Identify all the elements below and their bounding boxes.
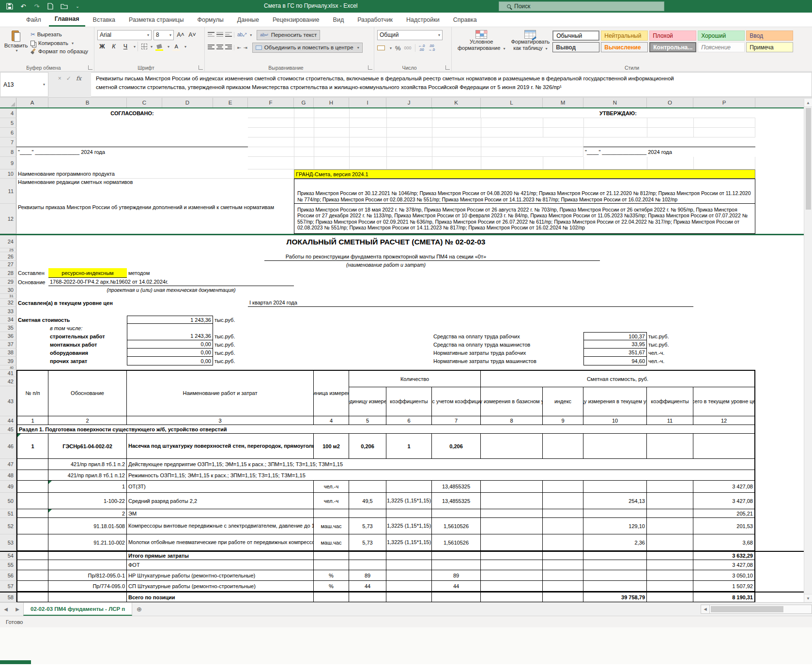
col-header[interactable]: D (162, 98, 213, 107)
vertical-scroll-thumb[interactable] (806, 108, 811, 210)
vertical-scrollbar[interactable]: ▲ ▼ (804, 99, 812, 602)
cell-orders-value[interactable]: Приказ Минстроя России от 18 мая 2022 г.… (294, 204, 755, 234)
add-sheet-icon[interactable]: ⊕ (132, 603, 146, 616)
redo-icon[interactable]: ↷ (33, 2, 41, 10)
row-header[interactable]: 39 (0, 357, 16, 365)
cell-date-left[interactable]: "____" _______________ 2024 года (16, 147, 248, 157)
fill-color-button[interactable] (154, 42, 164, 51)
cell-summary-label[interactable]: монтажных работ (48, 340, 127, 349)
tab-vid[interactable]: Вид (327, 13, 350, 27)
scroll-left-icon[interactable]: ◀ (701, 605, 710, 614)
cell-empty[interactable] (386, 560, 432, 570)
style-explanatory[interactable]: Пояснение (698, 42, 745, 52)
tab-razrabotchik[interactable]: Разработчик (352, 13, 398, 27)
cell-empty[interactable] (647, 518, 693, 534)
cell-empty[interactable] (16, 534, 48, 551)
cell-norms-label[interactable]: Наименование редакции сметных нормативов (16, 179, 294, 204)
increase-decimal-icon[interactable]: ←.0.00 (415, 44, 425, 52)
row-header[interactable]: 46 (0, 434, 16, 459)
cell-empty[interactable] (543, 570, 583, 581)
cell-cost-total[interactable]: 3 632,29 (693, 552, 755, 560)
cell-level-value[interactable]: I квартал 2024 года (248, 299, 693, 307)
row-header[interactable]: 53 (0, 534, 16, 551)
cell-empty[interactable] (16, 470, 48, 481)
cell-empty[interactable] (543, 518, 583, 534)
cell-summary-value[interactable]: 1 243,36 (127, 332, 213, 340)
cell-profit-label[interactable]: СП Штукатурные работы (ремонтно-строител… (127, 581, 314, 592)
row-header[interactable]: 48 (0, 470, 16, 481)
cell-unit[interactable]: % (314, 581, 349, 592)
cell-empty[interactable] (314, 509, 349, 518)
cell-empty[interactable] (543, 434, 583, 459)
row-header[interactable]: 54 (0, 552, 16, 560)
cell-resource-num[interactable]: 91.18.01-508 (48, 518, 127, 534)
cell-empty[interactable] (432, 509, 481, 518)
enter-icon[interactable]: ✓ (66, 75, 71, 82)
cell-summary-unit[interactable]: тыс.руб. (213, 357, 248, 365)
cell-utverzhdayu[interactable]: УТВЕРЖДАЮ: (481, 108, 755, 118)
signature-line-left[interactable] (16, 137, 248, 147)
cell-empty[interactable] (349, 592, 386, 602)
cell-empty[interactable] (16, 592, 48, 602)
cell-summary-unit[interactable]: тыс.руб. (213, 316, 248, 324)
tab-spravka[interactable]: Справка (447, 13, 483, 27)
cell-unit[interactable]: 100 м2 (314, 434, 349, 459)
style-check[interactable]: Контрольна... (649, 42, 696, 52)
cell-unit[interactable]: % (314, 570, 349, 581)
align-left-icon[interactable] (208, 43, 214, 52)
row-header[interactable]: 26 (0, 252, 16, 261)
cell-resource-name[interactable]: Компрессоры винтовые передвижные с элект… (127, 518, 314, 534)
cell-empty[interactable] (16, 518, 48, 534)
new-file-icon[interactable] (46, 2, 54, 10)
number-format-select[interactable]: Общий▾ (377, 30, 443, 40)
cell-method-suffix[interactable]: методом (127, 268, 185, 278)
row-header[interactable]: 29 (0, 278, 16, 286)
row-header[interactable]: 8 (0, 147, 16, 157)
cell-qty-tot[interactable]: 44 (432, 581, 481, 592)
cell-empty[interactable] (48, 592, 127, 602)
cell-resource-name[interactable]: ОТ(ЗТ) (127, 481, 314, 493)
cell-empty[interactable] (432, 560, 481, 570)
cell-empty[interactable] (16, 332, 48, 340)
cell-empty[interactable] (583, 552, 647, 560)
cell-made-label[interactable]: Составлен (16, 268, 48, 278)
cell-empty[interactable] (647, 509, 693, 518)
cell-cost-total[interactable]: 205,21 (693, 509, 755, 518)
cell-empty[interactable] (583, 560, 647, 570)
cell-empty[interactable] (481, 570, 543, 581)
cell-empty[interactable] (386, 581, 432, 592)
align-top-icon[interactable] (208, 30, 214, 39)
cell-empty[interactable] (543, 581, 583, 592)
row-header[interactable]: 52 (0, 518, 16, 534)
row-header[interactable]: 49 (0, 481, 16, 493)
cell-resource-name[interactable]: ЭМ (127, 509, 314, 518)
cell-empty[interactable] (543, 592, 583, 602)
cell-cost-cur[interactable]: 2,36 (583, 534, 647, 551)
cell-empty[interactable] (543, 509, 583, 518)
tab-vstavka[interactable]: Вставка (87, 13, 121, 27)
cell-labor-value[interactable]: 33,95 (583, 340, 647, 349)
cell-cost-total[interactable]: 1 507,92 (693, 581, 755, 592)
cell-empty[interactable] (647, 570, 693, 581)
cell-qty-k[interactable]: 1,3225 (1,15*1,15) (386, 493, 432, 509)
cell-labor-value[interactable]: 100,37 (583, 332, 647, 340)
cell-labor-label[interactable]: Нормативные затраты труда рабочих (432, 349, 583, 357)
row-header[interactable]: 41 (0, 370, 16, 377)
cell-empty[interactable] (481, 560, 543, 570)
cell-empty[interactable] (481, 581, 543, 592)
cell-basis[interactable]: 421/пр прил.8 тб.1 п.2 (48, 459, 127, 470)
cell-unit[interactable]: чел.-ч (314, 481, 349, 493)
cell-qty-tot[interactable]: 13,4855325 (432, 493, 481, 509)
cell-empty[interactable] (314, 552, 349, 560)
row-header[interactable]: 42 (0, 377, 16, 386)
cell-basis[interactable]: Пр/812-095.0-1 (48, 570, 127, 581)
row-header[interactable]: 6 (0, 128, 16, 137)
cell-cost-total[interactable]: 3 427,08 (693, 493, 755, 509)
cell-labor-label[interactable]: Средства на оплату труда рабочих (432, 332, 583, 340)
cell-resource-num[interactable]: 1 (48, 481, 127, 493)
cell-empty[interactable] (349, 552, 386, 560)
col-header[interactable]: L (481, 98, 543, 107)
cell-summary-unit[interactable]: тыс.руб. (213, 349, 248, 357)
style-good[interactable]: Хороший (698, 30, 745, 41)
cut-button[interactable]: ✂Вырезать (29, 30, 90, 38)
